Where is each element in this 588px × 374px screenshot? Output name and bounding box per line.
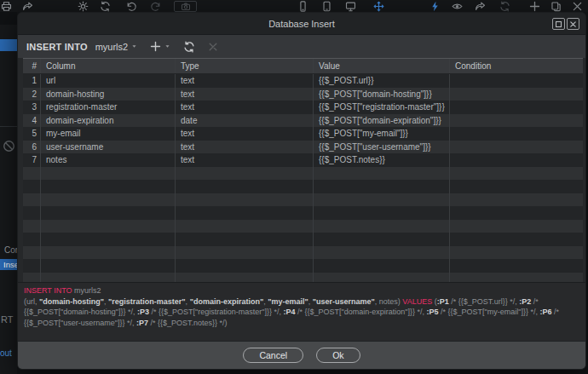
sidebar-selected-item[interactable]: [0, 39, 17, 51]
cell-condition[interactable]: [450, 180, 583, 193]
cell-condition[interactable]: [450, 153, 583, 167]
ok-button[interactable]: Ok: [316, 348, 360, 363]
table-row[interactable]: 7notestext{{$_POST.notes}}: [23, 153, 583, 167]
cell-value[interactable]: [314, 259, 450, 273]
share-icon[interactable]: [475, 1, 486, 12]
refresh-icon[interactable]: [100, 1, 111, 12]
cell-condition[interactable]: [450, 74, 583, 88]
cell-condition[interactable]: [450, 220, 583, 233]
cell-column[interactable]: [41, 206, 176, 220]
refresh-icon[interactable]: [499, 1, 510, 12]
cell-type[interactable]: [176, 167, 314, 181]
cell-column[interactable]: [41, 233, 176, 246]
cell-type[interactable]: [176, 246, 314, 260]
ban-icon[interactable]: [3, 140, 15, 152]
table-row[interactable]: 6user-usernametext{{$_POST["user-usernam…: [23, 141, 583, 154]
cell-value[interactable]: {{$_POST["domain-expiration"]}}: [314, 114, 450, 128]
cell-type[interactable]: text: [176, 88, 314, 101]
cancel-button[interactable]: Cancel: [243, 348, 303, 363]
cell-type[interactable]: text: [176, 74, 314, 88]
cell-type[interactable]: text: [176, 141, 314, 154]
cell-type[interactable]: [176, 259, 314, 273]
header-type[interactable]: Type: [176, 59, 314, 73]
cell-value[interactable]: [314, 246, 450, 260]
empty-table-row[interactable]: [23, 206, 583, 220]
cell-column[interactable]: domain-hosting: [41, 88, 176, 101]
cell-column[interactable]: domain-expiration: [41, 114, 176, 128]
cell-type[interactable]: text: [176, 127, 314, 141]
window-close-button[interactable]: [567, 18, 579, 30]
empty-table-row[interactable]: [23, 246, 583, 260]
table-row[interactable]: 1urltext{{$_POST.url}}: [23, 74, 583, 88]
cell-type[interactable]: text: [176, 101, 314, 114]
cell-value[interactable]: [314, 233, 450, 246]
plus-icon[interactable]: [529, 1, 540, 12]
cell-column[interactable]: url: [41, 74, 176, 88]
move-icon[interactable]: [373, 1, 384, 12]
cell-type[interactable]: [176, 233, 314, 246]
sidebar-item-connections[interactable]: Cor: [4, 245, 17, 255]
cell-condition[interactable]: [450, 233, 583, 246]
cell-value[interactable]: {{$_POST.notes}}: [314, 153, 450, 167]
table-row[interactable]: 2domain-hostingtext{{$_POST["domain-host…: [23, 88, 583, 101]
monitor-icon[interactable]: [345, 1, 356, 12]
table-row[interactable]: 3registration-mastertext{{$_POST["regist…: [23, 101, 583, 114]
cell-column[interactable]: user-username: [41, 141, 176, 154]
bolt-icon[interactable]: [429, 1, 441, 12]
share-icon[interactable]: [22, 1, 33, 12]
table-row[interactable]: 4domain-expirationdate{{$_POST["domain-e…: [23, 114, 583, 128]
empty-table-row[interactable]: [23, 180, 583, 193]
cell-condition[interactable]: [450, 193, 583, 207]
cell-condition[interactable]: [450, 101, 583, 114]
tablet-icon[interactable]: [321, 1, 332, 12]
header-condition[interactable]: Condition: [450, 59, 583, 73]
cell-column[interactable]: [41, 193, 176, 207]
close-icon[interactable]: [572, 1, 583, 12]
cell-column[interactable]: registration-master: [41, 101, 176, 114]
cell-type[interactable]: [176, 273, 314, 283]
table-row[interactable]: 5my-emailtext{{$_POST["my-email"]}}: [23, 127, 583, 141]
cell-value[interactable]: {{$_POST["registration-master"]}}: [314, 101, 450, 114]
cell-column[interactable]: [41, 259, 176, 273]
empty-table-row[interactable]: [23, 220, 583, 233]
cell-value[interactable]: {{$_POST["user-username"]}}: [314, 141, 450, 154]
cell-column[interactable]: [41, 273, 176, 283]
cell-column[interactable]: [41, 167, 176, 181]
phone-icon[interactable]: [297, 1, 308, 12]
cell-value[interactable]: [314, 193, 450, 207]
camera-icon[interactable]: [174, 1, 197, 12]
empty-table-row[interactable]: [23, 273, 583, 283]
cell-value[interactable]: [314, 206, 450, 220]
cell-type[interactable]: [176, 193, 314, 207]
gear-icon[interactable]: [78, 1, 89, 12]
cell-type[interactable]: text: [176, 153, 314, 167]
copy-icon[interactable]: [551, 1, 562, 12]
undo-icon[interactable]: [126, 1, 137, 12]
cell-type[interactable]: [176, 180, 314, 193]
refresh-button[interactable]: [183, 41, 195, 53]
empty-table-row[interactable]: [23, 167, 583, 181]
empty-table-row[interactable]: [23, 259, 583, 273]
cell-column[interactable]: [41, 180, 176, 193]
redo-icon[interactable]: [150, 1, 161, 12]
sidebar-item-insert-selected[interactable]: Inse: [0, 259, 17, 270]
printer-icon[interactable]: [1, 1, 12, 12]
cell-value[interactable]: {{$_POST["domain-hosting"]}}: [314, 88, 450, 101]
cell-value[interactable]: {{$_POST.url}}: [314, 74, 450, 88]
cell-value[interactable]: [314, 273, 450, 283]
empty-table-row[interactable]: [23, 193, 583, 207]
cell-column[interactable]: notes: [41, 153, 176, 167]
cell-value[interactable]: [314, 220, 450, 233]
cell-condition[interactable]: [450, 141, 583, 154]
cell-condition[interactable]: [450, 88, 583, 101]
table-selector-dropdown[interactable]: myurls2: [95, 42, 138, 52]
cell-type[interactable]: [176, 220, 314, 233]
cell-value[interactable]: {{$_POST["my-email"]}}: [314, 127, 450, 141]
cell-type[interactable]: date: [176, 114, 314, 128]
cell-column[interactable]: [41, 220, 176, 233]
cell-condition[interactable]: [450, 127, 583, 141]
eye-icon[interactable]: [452, 1, 463, 12]
cell-value[interactable]: [314, 167, 450, 181]
cell-condition[interactable]: [450, 114, 583, 128]
cell-column[interactable]: my-email: [41, 127, 176, 141]
